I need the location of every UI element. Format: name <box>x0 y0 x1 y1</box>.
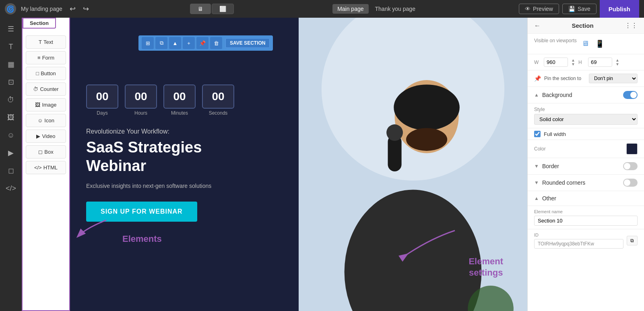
toolbar-add-btn[interactable]: + <box>183 37 195 49</box>
element-text[interactable]: T Text <box>26 35 66 49</box>
section-toolbar: ⊞ ⧉ ▲ + 📌 🗑 SAVE SECTION <box>138 35 273 51</box>
button-icon: □ <box>36 70 39 76</box>
box-icon: ◻ <box>38 149 43 155</box>
viewport-tablet-button[interactable]: ⬜ <box>212 4 234 14</box>
element-counter[interactable]: ⏱ Counter <box>26 82 66 96</box>
undo-button[interactable]: ↩ <box>67 4 78 14</box>
sidebar-timer-icon[interactable]: ⏱ <box>4 93 18 107</box>
id-label: ID <box>534 233 623 237</box>
seconds-box: 00 <box>202 84 234 109</box>
element-html[interactable]: </> HTML <box>26 161 66 174</box>
color-swatch[interactable] <box>626 143 638 154</box>
toolbar-up-btn[interactable]: ▲ <box>169 37 181 49</box>
preview-icon: 👁 <box>525 6 530 12</box>
preview-button[interactable]: 👁 Preview <box>519 4 559 14</box>
element-box[interactable]: ◻ Box <box>26 145 66 159</box>
save-button[interactable]: 💾 Save <box>562 4 597 14</box>
mobile-viewport-icon[interactable]: 📱 <box>594 38 606 50</box>
sidebar-icon-icon[interactable]: ☺ <box>4 128 18 142</box>
topbar-right-actions: 👁 Preview 💾 Save Publish <box>519 0 639 18</box>
webinar-tagline: Revolutionize Your Workflow: <box>86 128 283 135</box>
width-up-arrow[interactable]: ▲ <box>571 58 575 62</box>
desktop-viewport-icon[interactable]: 🖥 <box>580 38 590 50</box>
border-section-row[interactable]: ▼ Border <box>528 158 644 175</box>
webinar-section: 00 Days 00 Hours 00 Minutes 00 Seconds <box>70 18 527 311</box>
border-toggle[interactable] <box>623 162 638 170</box>
other-chevron-icon: ▲ <box>534 196 539 201</box>
other-section-row[interactable]: ▲ Other <box>528 191 644 206</box>
width-input[interactable] <box>544 58 568 67</box>
tab-main-page[interactable]: Main page <box>332 4 368 14</box>
countdown-timer: 00 Days 00 Hours 00 Minutes 00 Seconds <box>86 84 283 116</box>
page-title: My landing page <box>21 6 62 12</box>
right-panel-title: Section <box>572 22 593 29</box>
countdown-hours: 00 Hours <box>125 84 157 116</box>
page-tabs: Main page Thank you page <box>332 4 420 14</box>
toolbar-move-btn[interactable]: ⊞ <box>142 37 154 49</box>
publish-button[interactable]: Publish <box>600 0 639 18</box>
element-image[interactable]: 🖼 Image <box>26 98 66 111</box>
right-panel-menu-button[interactable]: ⋮⋮ <box>625 22 638 29</box>
topbar: 🌀 My landing page ↩ ↪ 🖥 ⬜ Main page Than… <box>0 0 644 18</box>
copy-id-button[interactable]: ⧉ <box>627 236 638 245</box>
elements-label: Elements <box>122 234 162 244</box>
fullwidth-checkbox[interactable] <box>534 131 541 137</box>
element-form[interactable]: ≡ Form <box>26 51 66 64</box>
days-box: 00 <box>86 84 118 109</box>
background-toggle[interactable] <box>623 91 638 99</box>
toolbar-delete-btn[interactable]: 🗑 <box>210 37 222 49</box>
rounded-corners-section-row[interactable]: ▼ Rounded corners <box>528 175 644 191</box>
pin-select[interactable]: Don't pin Top Bottom <box>589 74 638 83</box>
element-name-label: Element name <box>534 209 638 214</box>
hours-box: 00 <box>125 84 157 109</box>
settings-arrow-svg <box>398 222 463 263</box>
height-down-arrow[interactable]: ▼ <box>615 62 619 66</box>
sidebar-video-icon[interactable]: ▶ <box>4 146 18 160</box>
sidebar-image-icon[interactable]: 🖼 <box>4 110 18 125</box>
rounded-corners-label: Rounded corners <box>542 179 623 186</box>
width-down-arrow[interactable]: ▼ <box>571 62 575 66</box>
icon-icon: ☺ <box>37 117 43 124</box>
webinar-headline: SaaS Strategies Webinar <box>86 138 283 175</box>
height-input[interactable] <box>588 58 612 67</box>
style-label: Style <box>534 107 638 112</box>
element-name-input[interactable] <box>534 216 638 226</box>
height-up-arrow[interactable]: ▲ <box>615 58 619 62</box>
right-panel-back-button[interactable]: ← <box>534 22 541 29</box>
minutes-label: Minutes <box>171 110 188 116</box>
dimension-row: W ▲ ▼ H ▲ ▼ <box>528 54 644 70</box>
viewport-desktop-button[interactable]: 🖥 <box>190 4 211 14</box>
background-section-row[interactable]: ▲ Background <box>528 87 644 103</box>
sidebar-text-icon[interactable]: T <box>4 39 18 54</box>
element-video[interactable]: ▶ Video <box>26 130 66 143</box>
sidebar-code-icon[interactable]: </> <box>4 181 18 196</box>
days-label: Days <box>97 110 107 116</box>
toolbar-copy-btn[interactable]: ⧉ <box>155 37 167 49</box>
seconds-label: Seconds <box>209 110 228 116</box>
counter-icon: ⏱ <box>33 86 38 92</box>
tab-thank-you-page[interactable]: Thank you page <box>370 4 420 14</box>
element-icon[interactable]: ☺ Icon <box>26 114 66 127</box>
sidebar-widgets-icon[interactable]: ⊡ <box>4 75 18 89</box>
pin-icon: 📌 <box>534 75 541 82</box>
right-panel: ← Section ⋮⋮ Visible on viewports 🖥 📱 W … <box>527 18 644 311</box>
app-logo: 🌀 <box>5 3 16 14</box>
id-row: ID ⧉ <box>528 229 644 252</box>
sidebar-menu-icon[interactable]: ☰ <box>4 22 18 36</box>
rounded-corners-toggle[interactable] <box>623 179 638 187</box>
visible-on-viewports-label: Visible on viewports <box>534 38 577 50</box>
toolbar-pin-btn[interactable]: 📌 <box>196 37 208 49</box>
webinar-right-image: Element settings <box>299 18 527 311</box>
sidebar-layout-icon[interactable]: ▦ <box>4 57 18 72</box>
save-section-button[interactable]: SAVE SECTION <box>225 38 270 48</box>
settings-label: Element settings <box>469 244 503 279</box>
viewport-buttons: 🖥 ⬜ <box>190 4 234 14</box>
element-button[interactable]: □ Button <box>26 67 66 80</box>
redo-button[interactable]: ↪ <box>80 4 91 14</box>
countdown-days: 00 Days <box>86 84 118 116</box>
style-select[interactable]: Solid color Gradient Image Video <box>534 114 638 125</box>
sidebar-box-icon[interactable]: ◻ <box>4 163 18 178</box>
fullwidth-label: Full width <box>544 131 566 137</box>
id-input[interactable] <box>534 239 623 249</box>
form-icon: ≡ <box>37 55 41 61</box>
